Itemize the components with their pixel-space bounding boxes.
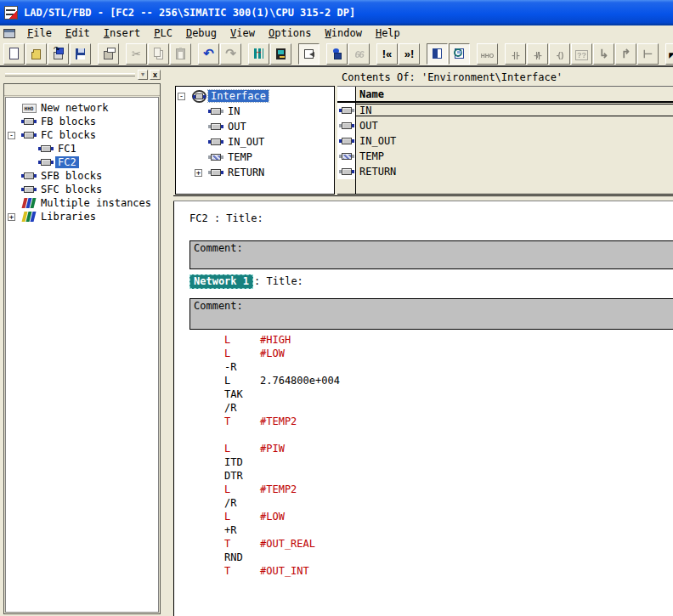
contents-row-in-out[interactable]: IN_OUT xyxy=(337,133,673,149)
palette-item-sfc-blocks[interactable]: SFC blocks xyxy=(6,183,158,196)
menu-options[interactable]: Options xyxy=(262,25,319,42)
code-line[interactable]: L#LOW xyxy=(224,511,340,524)
interface-tree-item-interface[interactable]: -Interface xyxy=(176,88,334,104)
menu-insert[interactable]: Insert xyxy=(97,25,147,42)
app-icon[interactable] xyxy=(4,6,18,20)
code-line[interactable]: T#OUT_INT xyxy=(224,565,340,579)
contents-row-label: OUT xyxy=(355,118,673,133)
interface-tree-item-temp[interactable]: TEMP xyxy=(176,150,334,165)
open-icon xyxy=(31,52,41,59)
palette-item-new-network[interactable]: New network xyxy=(6,101,158,115)
menu-edit[interactable]: Edit xyxy=(59,25,97,42)
palette-item-sfb-blocks[interactable]: SFB blocks xyxy=(6,169,158,183)
palette-header xyxy=(4,84,160,96)
interface-tree: -InterfaceINOUTIN_OUTTEMP+RETURN xyxy=(176,87,334,180)
expander-minus-icon[interactable]: - xyxy=(8,132,15,139)
code-line[interactable]: -R xyxy=(224,361,340,375)
code-line[interactable]: /R xyxy=(224,497,340,511)
code-blank-line xyxy=(224,429,340,443)
code-line[interactable]: DTR xyxy=(224,470,340,483)
expander-minus-icon[interactable]: - xyxy=(178,93,185,100)
code-line[interactable]: /R xyxy=(224,402,340,415)
overview-button[interactable] xyxy=(298,43,320,65)
symbol-info-button[interactable] xyxy=(326,43,348,65)
horizontal-splitter[interactable] xyxy=(173,195,673,201)
code-opcode: /R xyxy=(224,497,260,509)
menu-help[interactable]: Help xyxy=(369,25,407,42)
menu-window[interactable]: Window xyxy=(319,25,369,42)
interface-tree-item-return[interactable]: +RETURN xyxy=(176,165,334,180)
palette-close-button[interactable]: x xyxy=(150,70,161,80)
palette-item-label: FB blocks xyxy=(38,116,99,127)
network-badge[interactable]: Network 1 xyxy=(189,274,253,289)
contents-row-out[interactable]: OUT xyxy=(337,118,673,133)
block-title[interactable]: FC2 : Title: xyxy=(189,212,263,224)
code-opcode: L xyxy=(224,334,260,346)
interface-tree-item-out[interactable]: OUT xyxy=(176,119,334,134)
new-button[interactable] xyxy=(3,43,25,65)
code-line[interactable]: L#PIW xyxy=(224,443,340,456)
download-icon xyxy=(276,48,286,59)
code-line[interactable]: L#TEMP2 xyxy=(224,483,340,497)
block-comment-box[interactable]: Comment: xyxy=(189,240,673,269)
palette-dropdown-button[interactable]: ▾ xyxy=(138,70,148,80)
palette-item-fb-blocks[interactable]: FB blocks xyxy=(6,115,158,128)
print-button[interactable] xyxy=(98,43,119,65)
interface-tree-item-in-out[interactable]: IN_OUT xyxy=(176,134,334,150)
mdi-child-icon[interactable] xyxy=(3,29,15,38)
contents-row-in[interactable]: IN xyxy=(337,103,673,118)
download-button[interactable] xyxy=(270,43,291,65)
network-title-suffix[interactable]: : Title: xyxy=(254,275,303,287)
code-line[interactable]: L2.764800e+004 xyxy=(224,375,340,388)
stl-code-block[interactable]: L#HIGHL#LOW-RL2.764800e+004TAK/RT#TEMP2 … xyxy=(224,334,340,579)
palette-item-fc1[interactable]: FC1 xyxy=(6,142,158,155)
code-line[interactable]: ITD xyxy=(224,456,340,470)
block-icon xyxy=(41,159,51,166)
palette-item-label: FC1 xyxy=(55,143,79,155)
open-online-button[interactable] xyxy=(48,43,69,65)
palette-item-fc-blocks[interactable]: -FC blocks xyxy=(6,128,158,142)
interface-tree-item-in[interactable]: IN xyxy=(176,104,334,119)
goto-prev-button[interactable] xyxy=(376,43,398,65)
new-network-icon xyxy=(22,104,37,113)
decl-in-icon xyxy=(342,107,352,114)
code-opcode: ITD xyxy=(224,456,260,468)
copy-button xyxy=(148,43,169,65)
save-button[interactable] xyxy=(70,43,91,65)
code-line[interactable]: T#OUT_REAL xyxy=(224,538,340,551)
menu-view[interactable]: View xyxy=(223,25,262,42)
contents-row-return[interactable]: RETURN xyxy=(337,164,673,179)
split-window-button[interactable] xyxy=(427,43,448,65)
goto-next-button[interactable] xyxy=(399,43,420,65)
code-line[interactable]: L#LOW xyxy=(224,348,340,361)
open-button[interactable] xyxy=(25,43,47,65)
help-button[interactable] xyxy=(665,43,673,65)
code-line[interactable]: TAK xyxy=(224,388,340,402)
contents-row-temp[interactable]: TEMP xyxy=(337,149,673,164)
palette-item-fc2[interactable]: FC2 xyxy=(6,155,158,169)
palette-item-libraries[interactable]: +Libraries xyxy=(6,210,158,223)
interface-item-label: IN_OUT xyxy=(225,136,267,148)
code-line[interactable]: +R xyxy=(224,524,340,538)
menu-file[interactable]: File xyxy=(20,25,59,42)
code-editor-pane[interactable]: FC2 : Title: Comment: Network 1 : Title:… xyxy=(173,201,673,616)
code-opcode: L xyxy=(224,375,260,387)
compare-button[interactable] xyxy=(248,43,269,65)
network-comment-box[interactable]: Comment: xyxy=(189,298,673,330)
palette-grip-handle[interactable] xyxy=(5,73,135,76)
code-line[interactable]: RND xyxy=(224,551,340,565)
print-icon xyxy=(104,51,113,59)
palette-item-label: SFC blocks xyxy=(38,184,105,195)
open-online-icon xyxy=(54,52,63,59)
palette-item-multiple-instances[interactable]: Multiple instances xyxy=(6,196,158,210)
expander-plus-icon[interactable]: + xyxy=(195,169,202,177)
menu-plc[interactable]: PLC xyxy=(147,25,179,42)
detail-view-button[interactable] xyxy=(449,43,470,65)
menu-debug[interactable]: Debug xyxy=(179,25,223,42)
window-title: LAD/STL/FBD - [FC2 -- 256\SIMATIC 300(1)… xyxy=(24,7,355,19)
undo-button[interactable] xyxy=(198,43,219,65)
new-network-button xyxy=(477,43,498,65)
code-line[interactable]: T#TEMP2 xyxy=(224,415,340,429)
code-line[interactable]: L#HIGH xyxy=(224,334,340,348)
expander-plus-icon[interactable]: + xyxy=(8,213,15,221)
